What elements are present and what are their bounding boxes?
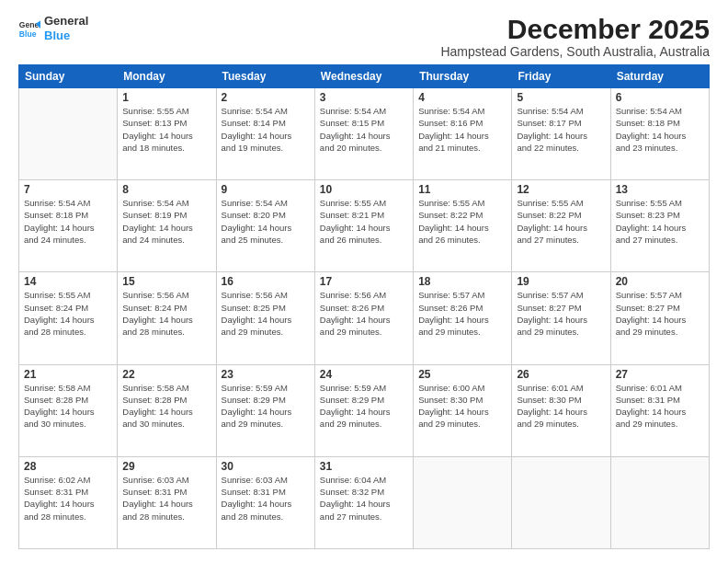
day-info: Sunrise: 5:56 AM Sunset: 8:25 PM Dayligh…: [222, 289, 310, 338]
day-number: 17: [320, 275, 408, 288]
day-info: Sunrise: 5:58 AM Sunset: 8:28 PM Dayligh…: [24, 382, 112, 431]
day-info: Sunrise: 5:59 AM Sunset: 8:29 PM Dayligh…: [320, 382, 408, 431]
location-title: Hampstead Gardens, South Australia, Aust…: [440, 44, 710, 59]
logo: General Blue General Blue: [18, 14, 88, 42]
day-info: Sunrise: 5:57 AM Sunset: 8:27 PM Dayligh…: [517, 289, 605, 338]
day-number: 27: [616, 368, 704, 381]
calendar-week-row: 1Sunrise: 5:55 AM Sunset: 8:13 PM Daylig…: [19, 88, 710, 180]
day-number: 8: [122, 183, 210, 196]
day-info: Sunrise: 6:04 AM Sunset: 8:32 PM Dayligh…: [320, 474, 408, 523]
day-info: Sunrise: 5:54 AM Sunset: 8:19 PM Dayligh…: [122, 197, 210, 246]
day-number: 14: [24, 275, 112, 288]
day-info: Sunrise: 6:01 AM Sunset: 8:30 PM Dayligh…: [517, 382, 605, 431]
calendar-cell: 5Sunrise: 5:54 AM Sunset: 8:17 PM Daylig…: [512, 88, 610, 180]
day-number: 22: [122, 368, 210, 381]
day-number: 7: [24, 183, 112, 196]
header-wednesday: Wednesday: [314, 65, 413, 88]
calendar-week-row: 21Sunrise: 5:58 AM Sunset: 8:28 PM Dayli…: [19, 364, 710, 456]
day-info: Sunrise: 5:56 AM Sunset: 8:26 PM Dayligh…: [320, 289, 408, 338]
calendar-cell: [610, 456, 709, 548]
calendar-week-row: 14Sunrise: 5:55 AM Sunset: 8:24 PM Dayli…: [19, 272, 710, 364]
day-info: Sunrise: 6:03 AM Sunset: 8:31 PM Dayligh…: [222, 474, 310, 523]
calendar-cell: 13Sunrise: 5:55 AM Sunset: 8:23 PM Dayli…: [610, 180, 709, 272]
day-info: Sunrise: 5:54 AM Sunset: 8:17 PM Dayligh…: [517, 105, 605, 154]
day-info: Sunrise: 6:00 AM Sunset: 8:30 PM Dayligh…: [418, 382, 506, 431]
calendar-week-row: 7Sunrise: 5:54 AM Sunset: 8:18 PM Daylig…: [19, 180, 710, 272]
day-number: 19: [517, 275, 605, 288]
day-info: Sunrise: 5:54 AM Sunset: 8:16 PM Dayligh…: [418, 105, 506, 154]
calendar-cell: 29Sunrise: 6:03 AM Sunset: 8:31 PM Dayli…: [118, 456, 216, 548]
day-info: Sunrise: 5:54 AM Sunset: 8:18 PM Dayligh…: [24, 197, 112, 246]
day-info: Sunrise: 5:55 AM Sunset: 8:24 PM Dayligh…: [24, 289, 112, 338]
day-number: 20: [616, 275, 704, 288]
day-number: 12: [517, 183, 605, 196]
calendar-cell: 4Sunrise: 5:54 AM Sunset: 8:16 PM Daylig…: [414, 88, 512, 180]
day-info: Sunrise: 5:54 AM Sunset: 8:18 PM Dayligh…: [616, 105, 704, 154]
day-info: Sunrise: 5:57 AM Sunset: 8:27 PM Dayligh…: [616, 289, 704, 338]
title-section: December 2025 Hampstead Gardens, South A…: [440, 14, 710, 59]
day-number: 4: [418, 91, 506, 104]
calendar-cell: 26Sunrise: 6:01 AM Sunset: 8:30 PM Dayli…: [512, 364, 610, 456]
logo-icon: General Blue: [18, 17, 40, 40]
day-number: 3: [320, 91, 408, 104]
calendar-cell: 21Sunrise: 5:58 AM Sunset: 8:28 PM Dayli…: [19, 364, 118, 456]
day-info: Sunrise: 5:55 AM Sunset: 8:23 PM Dayligh…: [616, 197, 704, 246]
day-number: 16: [222, 275, 310, 288]
day-info: Sunrise: 5:55 AM Sunset: 8:21 PM Dayligh…: [320, 197, 408, 246]
calendar-week-row: 28Sunrise: 6:02 AM Sunset: 8:31 PM Dayli…: [19, 456, 710, 548]
header-thursday: Thursday: [414, 65, 512, 88]
calendar-cell: 24Sunrise: 5:59 AM Sunset: 8:29 PM Dayli…: [314, 364, 413, 456]
header-sunday: Sunday: [19, 65, 118, 88]
day-number: 25: [418, 368, 506, 381]
calendar-cell: 12Sunrise: 5:55 AM Sunset: 8:22 PM Dayli…: [512, 180, 610, 272]
calendar-header-row: Sunday Monday Tuesday Wednesday Thursday…: [19, 65, 710, 88]
day-number: 2: [222, 91, 310, 104]
day-info: Sunrise: 5:59 AM Sunset: 8:29 PM Dayligh…: [222, 382, 310, 431]
day-info: Sunrise: 6:01 AM Sunset: 8:31 PM Dayligh…: [616, 382, 704, 431]
header-saturday: Saturday: [610, 65, 709, 88]
calendar-cell: [414, 456, 512, 548]
day-number: 31: [320, 460, 408, 473]
calendar-cell: 10Sunrise: 5:55 AM Sunset: 8:21 PM Dayli…: [314, 180, 413, 272]
calendar-page: General Blue General Blue December 2025 …: [0, 0, 728, 563]
day-number: 5: [517, 91, 605, 104]
day-number: 18: [418, 275, 506, 288]
calendar-table: Sunday Monday Tuesday Wednesday Thursday…: [18, 64, 710, 549]
day-number: 1: [122, 91, 210, 104]
day-number: 29: [122, 460, 210, 473]
calendar-cell: 3Sunrise: 5:54 AM Sunset: 8:15 PM Daylig…: [314, 88, 413, 180]
calendar-cell: 1Sunrise: 5:55 AM Sunset: 8:13 PM Daylig…: [118, 88, 216, 180]
calendar-cell: [512, 456, 610, 548]
day-info: Sunrise: 5:57 AM Sunset: 8:26 PM Dayligh…: [418, 289, 506, 338]
day-info: Sunrise: 6:02 AM Sunset: 8:31 PM Dayligh…: [24, 474, 112, 523]
header-monday: Monday: [118, 65, 216, 88]
calendar-cell: 22Sunrise: 5:58 AM Sunset: 8:28 PM Dayli…: [118, 364, 216, 456]
day-number: 28: [24, 460, 112, 473]
day-info: Sunrise: 5:54 AM Sunset: 8:15 PM Dayligh…: [320, 105, 408, 154]
calendar-cell: 18Sunrise: 5:57 AM Sunset: 8:26 PM Dayli…: [414, 272, 512, 364]
calendar-cell: 25Sunrise: 6:00 AM Sunset: 8:30 PM Dayli…: [414, 364, 512, 456]
calendar-cell: 8Sunrise: 5:54 AM Sunset: 8:19 PM Daylig…: [118, 180, 216, 272]
calendar-cell: 23Sunrise: 5:59 AM Sunset: 8:29 PM Dayli…: [216, 364, 314, 456]
logo-blue-text: Blue: [44, 29, 88, 43]
day-number: 6: [616, 91, 704, 104]
calendar-cell: 20Sunrise: 5:57 AM Sunset: 8:27 PM Dayli…: [610, 272, 709, 364]
header: General Blue General Blue December 2025 …: [18, 14, 710, 59]
calendar-cell: 11Sunrise: 5:55 AM Sunset: 8:22 PM Dayli…: [414, 180, 512, 272]
day-info: Sunrise: 5:54 AM Sunset: 8:20 PM Dayligh…: [222, 197, 310, 246]
calendar-cell: 17Sunrise: 5:56 AM Sunset: 8:26 PM Dayli…: [314, 272, 413, 364]
calendar-cell: 2Sunrise: 5:54 AM Sunset: 8:14 PM Daylig…: [216, 88, 314, 180]
day-info: Sunrise: 5:55 AM Sunset: 8:22 PM Dayligh…: [517, 197, 605, 246]
day-info: Sunrise: 5:55 AM Sunset: 8:13 PM Dayligh…: [122, 105, 210, 154]
calendar-cell: 28Sunrise: 6:02 AM Sunset: 8:31 PM Dayli…: [19, 456, 118, 548]
calendar-cell: 7Sunrise: 5:54 AM Sunset: 8:18 PM Daylig…: [19, 180, 118, 272]
header-tuesday: Tuesday: [216, 65, 314, 88]
day-info: Sunrise: 5:54 AM Sunset: 8:14 PM Dayligh…: [222, 105, 310, 154]
day-number: 9: [222, 183, 310, 196]
day-number: 15: [122, 275, 210, 288]
day-number: 24: [320, 368, 408, 381]
calendar-cell: 15Sunrise: 5:56 AM Sunset: 8:24 PM Dayli…: [118, 272, 216, 364]
calendar-cell: 9Sunrise: 5:54 AM Sunset: 8:20 PM Daylig…: [216, 180, 314, 272]
day-info: Sunrise: 5:55 AM Sunset: 8:22 PM Dayligh…: [418, 197, 506, 246]
calendar-cell: 14Sunrise: 5:55 AM Sunset: 8:24 PM Dayli…: [19, 272, 118, 364]
